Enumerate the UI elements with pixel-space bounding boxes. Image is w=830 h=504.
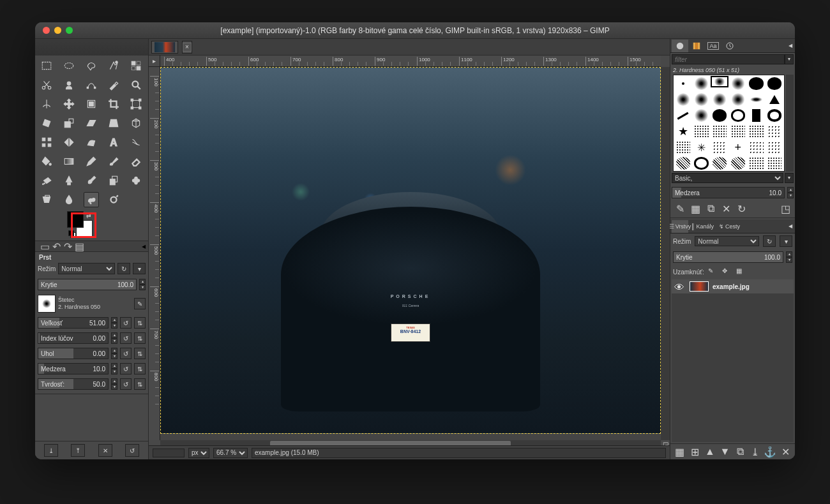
dodge-burn-tool[interactable]: [106, 192, 121, 207]
brush-cell[interactable]: [748, 140, 766, 155]
slider-Tvrdosť:[interactable]: Tvrdosť:50.0: [38, 378, 109, 390]
redo-icon[interactable]: ↷: [63, 242, 72, 251]
slider-link[interactable]: ⇅: [134, 348, 146, 359]
layer-up-icon[interactable]: ▲: [704, 447, 716, 457]
heal-tool[interactable]: [128, 173, 144, 188]
paths-tool[interactable]: [84, 77, 99, 93]
shear-tool[interactable]: [84, 115, 99, 131]
scale-tool[interactable]: [61, 115, 77, 131]
brush-cell[interactable]: [693, 124, 711, 139]
zoom-tool[interactable]: [128, 77, 144, 93]
slider-link[interactable]: ⇅: [134, 332, 146, 344]
canvas[interactable]: PORSCHE 911 Carrera TEXAS BNV·8412: [160, 67, 661, 440]
brush-cell[interactable]: [693, 76, 711, 91]
opacity-slider[interactable]: Krytie 100.0: [38, 279, 137, 290]
opacity-down[interactable]: ▾: [139, 285, 146, 290]
brush-cell[interactable]: [674, 92, 692, 107]
layer-mode-reset[interactable]: ↻: [763, 235, 776, 247]
layer-item[interactable]: 👁 example.jpg: [672, 279, 794, 293]
gradient-tool[interactable]: [61, 154, 77, 169]
horizontal-ruler[interactable]: 4005006007008009001000110012001300140015…: [160, 56, 661, 67]
tool-options-tab-icon[interactable]: ▭: [40, 242, 49, 251]
window-close-button[interactable]: [43, 27, 50, 34]
brush-cell[interactable]: [729, 76, 747, 91]
mode-select[interactable]: Normal: [58, 263, 115, 274]
rotate-tool[interactable]: [39, 115, 54, 131]
layers-dock-menu[interactable]: ◀: [788, 223, 792, 229]
save-preset-button[interactable]: ⤓: [44, 444, 58, 457]
brush-cell[interactable]: [711, 76, 728, 87]
duplicate-layer-icon[interactable]: ⧉: [734, 447, 746, 457]
brush-open-as-image-icon[interactable]: ◳: [780, 204, 791, 214]
brush-cell[interactable]: ✳: [693, 140, 711, 155]
brush-cell[interactable]: [693, 92, 711, 107]
image-tab[interactable]: [151, 41, 178, 54]
smudge-tool[interactable]: [84, 192, 99, 207]
layer-mode-select[interactable]: Normal: [695, 236, 759, 246]
mode-reset-button[interactable]: ↻: [117, 263, 130, 274]
brush-cell[interactable]: [674, 156, 692, 171]
flip-tool[interactable]: [61, 135, 77, 150]
brushes-dock-menu[interactable]: ◀: [788, 43, 792, 48]
brush-cell[interactable]: [766, 140, 783, 155]
paths-tab[interactable]: ↯Cesty: [716, 220, 743, 233]
brush-filter-tags[interactable]: ▾: [785, 54, 794, 64]
swap-colors-icon[interactable]: ⇄: [86, 212, 91, 219]
color-swatches[interactable]: ⇄: [67, 211, 148, 239]
restore-preset-button[interactable]: ⤒: [71, 444, 85, 457]
brush-cell[interactable]: [748, 92, 766, 107]
brush-cell[interactable]: [711, 124, 728, 139]
brush-cell[interactable]: [711, 92, 728, 107]
text-tool[interactable]: A: [106, 135, 121, 150]
slider-link[interactable]: ⇅: [134, 378, 146, 390]
brush-refresh-icon[interactable]: ↻: [736, 204, 747, 214]
unit-select[interactable]: px: [188, 448, 209, 458]
delete-preset-button[interactable]: ✕: [98, 444, 112, 457]
lock-alpha-icon[interactable]: ▦: [736, 267, 746, 276]
slider-Index lúčov[interactable]: Index lúčov0.00: [38, 332, 109, 344]
brush-thumb[interactable]: [38, 295, 56, 313]
brush-editor-button[interactable]: ✎: [134, 298, 146, 309]
vertical-ruler[interactable]: 100200300400500600700800: [149, 67, 160, 440]
by-color-select-tool[interactable]: [128, 58, 144, 73]
brush-cell[interactable]: [766, 156, 783, 171]
perspective-tool[interactable]: [106, 115, 121, 131]
brush-new-icon[interactable]: ▦: [690, 204, 701, 214]
eraser-tool[interactable]: [128, 154, 144, 169]
mypaint-brush-tool[interactable]: [84, 173, 99, 188]
brush-preset-select[interactable]: Basic,: [672, 173, 783, 183]
slider-reset[interactable]: ↺: [120, 348, 132, 359]
brush-cell[interactable]: [711, 140, 728, 155]
blur-sharpen-tool[interactable]: [61, 192, 77, 207]
brush-delete-icon[interactable]: ✕: [720, 204, 732, 214]
window-minimize-button[interactable]: [54, 27, 61, 34]
layer-name[interactable]: example.jpg: [713, 283, 750, 290]
dock-menu-icon[interactable]: ◀: [142, 244, 146, 249]
lock-pixels-icon[interactable]: ✎: [708, 267, 718, 276]
patterns-tab[interactable]: [688, 40, 705, 52]
brush-cell[interactable]: [766, 124, 783, 139]
handle-transform-tool[interactable]: [39, 135, 54, 150]
clone-tool[interactable]: [106, 173, 121, 188]
default-colors-icon[interactable]: [68, 230, 75, 237]
new-layer-icon[interactable]: ▦: [674, 447, 686, 457]
foreground-select-tool[interactable]: [61, 77, 77, 93]
ellipse-select-tool[interactable]: [61, 58, 77, 73]
reset-preset-button[interactable]: ↺: [125, 444, 139, 457]
delete-layer-icon[interactable]: ✕: [780, 447, 791, 457]
brush-spacing-slider[interactable]: Medzera 10.0: [672, 187, 785, 198]
slider-reset[interactable]: ↺: [120, 332, 132, 344]
layers-tab[interactable]: ☰Vrstvy: [672, 220, 688, 233]
brush-cell[interactable]: [693, 108, 711, 123]
layer-down-icon[interactable]: ▼: [720, 447, 731, 457]
window-maximize-button[interactable]: [66, 27, 73, 34]
brush-grid[interactable]: ★✳+: [673, 75, 785, 172]
images-tab-icon[interactable]: ▤: [75, 242, 84, 251]
fonts-tab[interactable]: Aa: [705, 40, 721, 52]
brush-cell[interactable]: [674, 76, 692, 91]
move-tool[interactable]: [61, 96, 77, 112]
free-select-tool[interactable]: [84, 58, 99, 73]
ruler-origin[interactable]: ▸: [149, 56, 160, 67]
paintbrush-tool[interactable]: [106, 154, 121, 169]
new-layer-group-icon[interactable]: ⊞: [690, 447, 701, 457]
